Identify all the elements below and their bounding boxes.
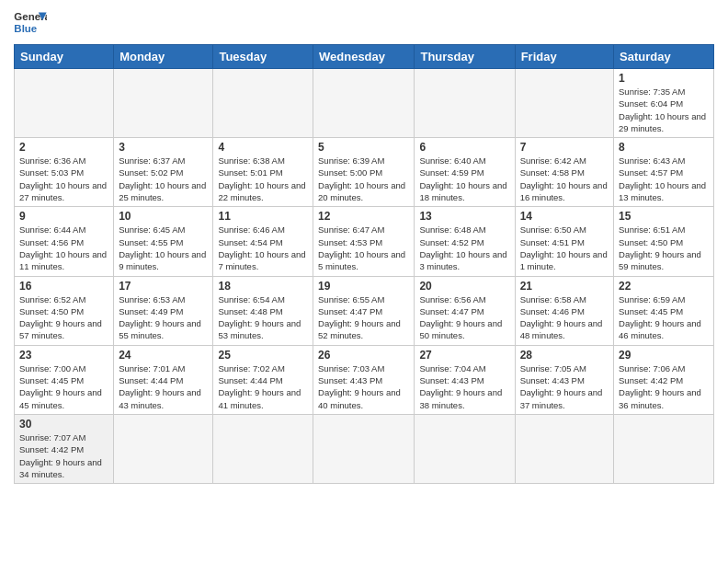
weekday-header-monday: Monday (114, 45, 213, 69)
day-info: Sunrise: 7:07 AM Sunset: 4:42 PM Dayligh… (19, 431, 108, 480)
day-cell (415, 414, 515, 483)
calendar-table: SundayMondayTuesdayWednesdayThursdayFrid… (14, 44, 714, 484)
weekday-header-sunday: Sunday (15, 45, 114, 69)
day-number: 25 (218, 349, 308, 362)
day-cell: 30Sunrise: 7:07 AM Sunset: 4:42 PM Dayli… (15, 414, 114, 483)
day-number: 7 (520, 141, 609, 154)
day-cell: 9Sunrise: 6:44 AM Sunset: 4:56 PM Daylig… (15, 207, 114, 276)
day-info: Sunrise: 7:04 AM Sunset: 4:43 PM Dayligh… (419, 362, 509, 411)
day-cell: 7Sunrise: 6:42 AM Sunset: 4:58 PM Daylig… (515, 138, 613, 207)
day-number: 22 (619, 280, 709, 293)
day-info: Sunrise: 6:46 AM Sunset: 4:54 PM Dayligh… (218, 224, 308, 272)
day-number: 8 (619, 141, 709, 154)
day-number: 9 (19, 210, 108, 223)
day-number: 19 (318, 280, 409, 293)
day-cell: 2Sunrise: 6:36 AM Sunset: 5:03 PM Daylig… (15, 138, 114, 207)
generalblue-logo-icon: General Blue (14, 9, 47, 37)
day-cell (213, 69, 313, 138)
week-row-4: 16Sunrise: 6:52 AM Sunset: 4:50 PM Dayli… (15, 276, 714, 345)
day-cell: 15Sunrise: 6:51 AM Sunset: 4:50 PM Dayli… (614, 207, 714, 276)
day-number: 16 (19, 280, 108, 293)
day-info: Sunrise: 6:55 AM Sunset: 4:47 PM Dayligh… (318, 293, 409, 342)
day-info: Sunrise: 6:58 AM Sunset: 4:46 PM Dayligh… (520, 293, 609, 342)
day-info: Sunrise: 6:38 AM Sunset: 5:01 PM Dayligh… (218, 155, 308, 203)
day-cell (515, 69, 613, 138)
day-cell: 21Sunrise: 6:58 AM Sunset: 4:46 PM Dayli… (515, 276, 613, 345)
weekday-header-row: SundayMondayTuesdayWednesdayThursdayFrid… (15, 45, 714, 69)
day-cell: 20Sunrise: 6:56 AM Sunset: 4:47 PM Dayli… (415, 276, 515, 345)
day-cell: 23Sunrise: 7:00 AM Sunset: 4:45 PM Dayli… (15, 345, 114, 414)
day-number: 4 (218, 141, 308, 154)
day-cell (415, 69, 515, 138)
day-cell: 22Sunrise: 6:59 AM Sunset: 4:45 PM Dayli… (614, 276, 714, 345)
day-cell: 18Sunrise: 6:54 AM Sunset: 4:48 PM Dayli… (213, 276, 313, 345)
day-info: Sunrise: 6:48 AM Sunset: 4:52 PM Dayligh… (419, 224, 509, 272)
day-number: 29 (619, 349, 709, 362)
day-cell: 1Sunrise: 7:35 AM Sunset: 6:04 PM Daylig… (614, 69, 714, 138)
day-cell (614, 414, 714, 483)
day-info: Sunrise: 6:44 AM Sunset: 4:56 PM Dayligh… (19, 224, 108, 272)
day-cell (515, 414, 613, 483)
day-number: 1 (619, 72, 709, 85)
day-info: Sunrise: 6:37 AM Sunset: 5:02 PM Dayligh… (119, 155, 208, 203)
day-number: 14 (520, 210, 609, 223)
day-cell: 4Sunrise: 6:38 AM Sunset: 5:01 PM Daylig… (213, 138, 313, 207)
day-info: Sunrise: 7:00 AM Sunset: 4:45 PM Dayligh… (19, 362, 108, 411)
day-cell (114, 414, 213, 483)
day-info: Sunrise: 7:06 AM Sunset: 4:42 PM Dayligh… (619, 362, 709, 411)
day-number: 12 (318, 210, 409, 223)
day-number: 6 (419, 141, 509, 154)
day-number: 15 (619, 210, 709, 223)
day-cell: 19Sunrise: 6:55 AM Sunset: 4:47 PM Dayli… (313, 276, 415, 345)
weekday-header-wednesday: Wednesday (313, 45, 415, 69)
weekday-header-tuesday: Tuesday (213, 45, 313, 69)
day-info: Sunrise: 6:52 AM Sunset: 4:50 PM Dayligh… (19, 293, 108, 342)
day-info: Sunrise: 7:05 AM Sunset: 4:43 PM Dayligh… (520, 362, 609, 411)
day-info: Sunrise: 6:54 AM Sunset: 4:48 PM Dayligh… (218, 293, 308, 342)
svg-text:Blue: Blue (14, 23, 37, 34)
day-cell: 16Sunrise: 6:52 AM Sunset: 4:50 PM Dayli… (15, 276, 114, 345)
weekday-header-friday: Friday (515, 45, 613, 69)
day-cell: 12Sunrise: 6:47 AM Sunset: 4:53 PM Dayli… (313, 207, 415, 276)
day-cell (213, 414, 313, 483)
day-number: 27 (419, 349, 509, 362)
day-info: Sunrise: 6:43 AM Sunset: 4:57 PM Dayligh… (619, 155, 709, 203)
day-number: 28 (520, 349, 609, 362)
day-info: Sunrise: 6:39 AM Sunset: 5:00 PM Dayligh… (318, 155, 409, 203)
day-number: 5 (318, 141, 409, 154)
day-info: Sunrise: 7:01 AM Sunset: 4:44 PM Dayligh… (119, 362, 208, 411)
day-number: 20 (419, 280, 509, 293)
page: General Blue SundayMondayTuesdayWednesda… (0, 0, 728, 563)
day-number: 10 (119, 210, 208, 223)
day-number: 2 (19, 141, 108, 154)
day-cell: 17Sunrise: 6:53 AM Sunset: 4:49 PM Dayli… (114, 276, 213, 345)
weekday-header-thursday: Thursday (415, 45, 515, 69)
week-row-6: 30Sunrise: 7:07 AM Sunset: 4:42 PM Dayli… (15, 414, 714, 483)
day-cell: 10Sunrise: 6:45 AM Sunset: 4:55 PM Dayli… (114, 207, 213, 276)
header: General Blue (14, 9, 714, 37)
day-cell (313, 69, 415, 138)
day-info: Sunrise: 6:50 AM Sunset: 4:51 PM Dayligh… (520, 224, 609, 272)
day-info: Sunrise: 6:40 AM Sunset: 4:59 PM Dayligh… (419, 155, 509, 203)
day-cell: 14Sunrise: 6:50 AM Sunset: 4:51 PM Dayli… (515, 207, 613, 276)
day-number: 26 (318, 349, 409, 362)
day-number: 18 (218, 280, 308, 293)
day-info: Sunrise: 6:42 AM Sunset: 4:58 PM Dayligh… (520, 155, 609, 203)
day-number: 24 (119, 349, 208, 362)
day-cell: 13Sunrise: 6:48 AM Sunset: 4:52 PM Dayli… (415, 207, 515, 276)
day-cell (15, 69, 114, 138)
day-info: Sunrise: 6:53 AM Sunset: 4:49 PM Dayligh… (119, 293, 208, 342)
day-number: 30 (19, 418, 108, 431)
week-row-2: 2Sunrise: 6:36 AM Sunset: 5:03 PM Daylig… (15, 138, 714, 207)
day-info: Sunrise: 7:35 AM Sunset: 6:04 PM Dayligh… (619, 86, 709, 134)
day-cell: 29Sunrise: 7:06 AM Sunset: 4:42 PM Dayli… (614, 345, 714, 414)
day-number: 23 (19, 349, 108, 362)
day-cell: 11Sunrise: 6:46 AM Sunset: 4:54 PM Dayli… (213, 207, 313, 276)
day-cell (313, 414, 415, 483)
day-number: 13 (419, 210, 509, 223)
day-cell: 24Sunrise: 7:01 AM Sunset: 4:44 PM Dayli… (114, 345, 213, 414)
logo: General Blue (14, 9, 47, 37)
day-info: Sunrise: 6:36 AM Sunset: 5:03 PM Dayligh… (19, 155, 108, 203)
day-cell: 25Sunrise: 7:02 AM Sunset: 4:44 PM Dayli… (213, 345, 313, 414)
day-info: Sunrise: 6:59 AM Sunset: 4:45 PM Dayligh… (619, 293, 709, 342)
